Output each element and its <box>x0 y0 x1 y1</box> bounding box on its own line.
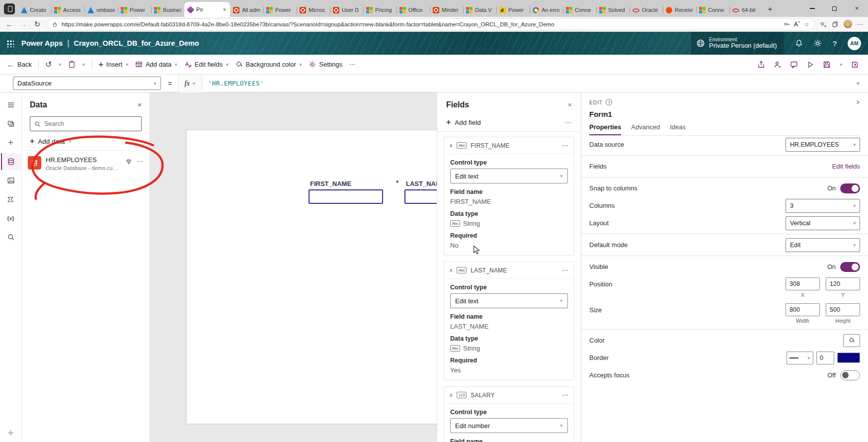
tab-properties[interactable]: Properties <box>589 123 621 135</box>
browser-tab[interactable]: Minder <box>430 3 463 17</box>
browser-tab[interactable]: vmbase <box>84 3 118 17</box>
tab-ideas[interactable]: Ideas <box>670 123 686 135</box>
add-data-button[interactable]: Add data ∨ <box>135 61 178 68</box>
add-favorite-icon[interactable]: ☆ <box>804 21 809 28</box>
datasource-menu-icon[interactable]: ⋯ <box>137 158 144 165</box>
browser-tab[interactable]: Po× <box>184 2 230 17</box>
insert-icon[interactable]: + <box>1 134 21 151</box>
collapse-chevron-icon[interactable]: ∧ <box>449 267 453 273</box>
variables-icon[interactable]: {x} <box>1 210 21 227</box>
size-height-input[interactable]: 500 <box>826 303 860 316</box>
browser-tab[interactable]: Power <box>496 3 530 17</box>
color-picker-button[interactable] <box>843 334 860 347</box>
add-data-panel-button[interactable]: + Add data ∨ <box>30 137 142 145</box>
settings-button[interactable]: Settings <box>309 61 342 68</box>
url-text[interactable]: https://make.powerapps.com/e/Default-fab… <box>62 21 780 27</box>
control-type-select[interactable]: Edit number ∨ <box>450 418 568 433</box>
position-x-input[interactable]: 308 <box>786 277 820 290</box>
help-circle-icon[interactable]: ? <box>606 99 612 105</box>
browser-tab[interactable]: Office <box>396 3 430 17</box>
tree-view-icon[interactable] <box>1 96 21 113</box>
browser-menu-icon[interactable]: ⋯ <box>857 21 863 28</box>
brand-name[interactable]: Power Apps <box>21 39 63 47</box>
undo-menu-chevron[interactable]: ∨ <box>58 63 62 67</box>
settings-gear-icon[interactable] <box>814 39 822 47</box>
collapse-chevron-icon[interactable]: ∧ <box>449 143 453 148</box>
fields-panel-close-icon[interactable]: × <box>568 101 572 109</box>
fields-panel-overflow-icon[interactable]: ⋯ <box>565 119 572 126</box>
help-icon[interactable]: ? <box>833 39 837 48</box>
power-automate-icon[interactable] <box>1 191 21 208</box>
border-width-input[interactable]: 0 <box>816 352 834 364</box>
field-card-header[interactable]: ∧ 123 SALARY ⋯ <box>444 387 574 404</box>
read-aloud-icon[interactable]: Aˆ <box>794 21 800 28</box>
border-color-swatch[interactable] <box>837 353 860 363</box>
browser-profile-avatar[interactable] <box>844 20 852 28</box>
data-search-input[interactable] <box>44 120 137 127</box>
browser-tab[interactable]: User D <box>330 3 363 17</box>
paste-button[interactable] <box>68 61 76 68</box>
size-width-input[interactable]: 800 <box>786 303 820 316</box>
browser-tab[interactable]: An erro <box>530 3 563 17</box>
browser-tab[interactable]: Oracle <box>630 3 663 17</box>
waffle-icon[interactable] <box>6 40 14 47</box>
browser-tab[interactable]: Access <box>51 3 84 17</box>
accepts-focus-toggle[interactable] <box>840 370 860 380</box>
data-panel-close-icon[interactable]: × <box>138 101 142 109</box>
comments-icon[interactable] <box>790 61 798 69</box>
environment-picker[interactable]: Environment Private Person (default) <box>691 32 784 55</box>
forward-nav-icon[interactable]: → <box>19 20 28 28</box>
columns-select[interactable]: 3 ∨ <box>786 199 860 213</box>
browser-tab[interactable]: Solved <box>596 3 630 17</box>
notifications-bell-icon[interactable] <box>795 39 803 47</box>
layout-select[interactable]: Vertical ∨ <box>786 216 860 230</box>
minimize-button[interactable] <box>801 0 823 17</box>
advanced-tools-icon[interactable] <box>1 424 21 441</box>
password-key-icon[interactable] <box>784 21 790 27</box>
datasource-list-item[interactable]: HR.EMPLOYEES Oracle Database - demo.cust… <box>22 151 150 177</box>
insert-button[interactable]: + Insert ∨ <box>99 61 129 69</box>
control-type-select[interactable]: Edit text ∨ <box>450 169 568 183</box>
new-tab-button[interactable]: + <box>764 2 777 15</box>
edit-fields-link[interactable]: Edit fields <box>832 163 860 170</box>
browser-tab[interactable]: All adm <box>230 3 263 17</box>
tab-close-icon[interactable]: × <box>222 6 227 12</box>
browser-tab[interactable]: Pricing <box>363 3 396 17</box>
expand-panel-chevron-icon[interactable]: > <box>857 98 860 106</box>
undo-button[interactable]: ↺ <box>45 61 52 69</box>
coauthor-icon[interactable] <box>774 61 782 69</box>
field-card-menu-icon[interactable]: ⋯ <box>562 142 569 149</box>
browser-tab[interactable]: Power <box>118 3 151 17</box>
browser-tab[interactable]: Conne <box>563 3 596 17</box>
visible-toggle[interactable] <box>840 262 860 272</box>
browser-tab[interactable]: Conne <box>696 3 729 17</box>
browser-tab[interactable]: Power <box>263 3 297 17</box>
url-field[interactable]: https://make.powerapps.com/e/Default-fab… <box>47 18 815 30</box>
refresh-icon[interactable]: ↻ <box>33 20 42 29</box>
add-field-button[interactable]: + Add field ⋯ <box>437 111 581 131</box>
favorites-hub-icon[interactable] <box>820 21 827 28</box>
search-icon[interactable] <box>1 229 21 246</box>
restore-button[interactable] <box>823 0 846 17</box>
browser-tab[interactable]: Create <box>18 3 51 17</box>
preview-play-icon[interactable] <box>806 61 814 69</box>
screens-icon[interactable] <box>1 115 21 132</box>
border-style-select[interactable]: ∨ <box>787 352 813 364</box>
close-window-button[interactable]: × <box>846 0 868 17</box>
share-icon[interactable] <box>757 61 765 69</box>
browser-tab[interactable]: Data V <box>463 3 496 17</box>
browser-tab[interactable]: 64-bit <box>729 3 763 17</box>
edit-fields-button[interactable]: Edit fields ∨ <box>184 61 229 68</box>
fx-selector[interactable]: fx ∨ <box>178 75 202 92</box>
browser-tab[interactable]: Micros <box>297 3 330 17</box>
browser-tab[interactable]: Receivi <box>663 3 696 17</box>
tab-actions-icon[interactable] <box>4 3 15 14</box>
tab-advanced[interactable]: Advanced <box>631 123 660 135</box>
collections-icon[interactable] <box>832 21 839 28</box>
save-options-chevron[interactable]: ∨ <box>839 63 843 67</box>
snap-to-columns-toggle[interactable] <box>840 183 860 193</box>
data-search-box[interactable] <box>30 116 142 131</box>
formula-expand-chevron[interactable]: ∨ <box>856 81 860 86</box>
first-name-input[interactable] <box>309 189 383 204</box>
back-nav-icon[interactable]: ← <box>5 20 14 28</box>
